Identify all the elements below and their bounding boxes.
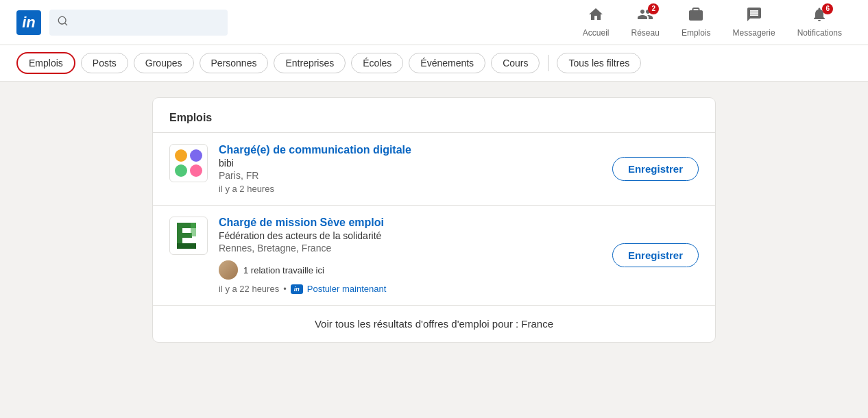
- nav-label-messagerie: Messagerie: [733, 28, 775, 38]
- people-icon: 2: [637, 6, 653, 27]
- svg-rect-3: [177, 233, 192, 238]
- chat-icon: [746, 6, 762, 27]
- job-location-1: Paris, FR: [219, 170, 601, 181]
- job-title-1[interactable]: Chargé(e) de communication digitale: [219, 144, 601, 156]
- home-icon: [588, 6, 604, 27]
- connection-info: 1 relation travaille ici: [219, 260, 601, 280]
- main-nav: Accueil 2 Réseau Emplois Messagerie: [573, 0, 852, 45]
- job-posted-2: il y a 22 heures: [219, 284, 279, 294]
- nav-label-reseau: Réseau: [631, 28, 660, 38]
- job-posted-1: il y a 2 heures: [219, 184, 601, 194]
- search-bar: jobs: [49, 10, 228, 36]
- bell-icon: 6: [811, 6, 828, 27]
- linkedin-logo[interactable]: in: [16, 10, 41, 35]
- filter-bar: Emplois Posts Groupes Personnes Entrepri…: [0, 45, 868, 82]
- job-title-2[interactable]: Chargé de mission Sève emploi: [219, 217, 601, 229]
- nav-label-emplois: Emplois: [682, 28, 711, 38]
- filter-groupes[interactable]: Groupes: [134, 53, 194, 73]
- svg-rect-5: [177, 243, 196, 249]
- svg-rect-4: [191, 223, 196, 236]
- save-button-2[interactable]: Enregistrer: [612, 243, 699, 267]
- filter-cours[interactable]: Cours: [491, 53, 540, 73]
- filter-entreprises[interactable]: Entreprises: [274, 53, 346, 73]
- job-details-1: Chargé(e) de communication digitale bibi…: [219, 144, 601, 194]
- nav-item-emplois[interactable]: Emplois: [672, 0, 721, 45]
- avatar: [219, 260, 238, 280]
- nav-item-notifications[interactable]: 6 Notifications: [788, 0, 852, 45]
- table-row: Chargé de mission Sève emploi Fédération…: [153, 205, 715, 305]
- filter-all[interactable]: Tous les filtres: [557, 53, 641, 73]
- header: in jobs Accueil 2 Réseau Empl: [0, 0, 868, 45]
- table-row: Chargé(e) de communication digitale bibi…: [153, 132, 715, 205]
- filter-emplois[interactable]: Emplois: [16, 52, 75, 74]
- job-details-2: Chargé de mission Sève emploi Fédération…: [219, 217, 601, 294]
- briefcase-icon: [688, 6, 704, 27]
- search-icon: [58, 16, 69, 29]
- job-company-1: bibi: [219, 158, 601, 169]
- notifications-badge: 6: [822, 3, 833, 14]
- job-location-2: Rennes, Bretagne, France: [219, 243, 601, 254]
- company-logo-federation: [169, 217, 208, 255]
- nav-item-messagerie[interactable]: Messagerie: [723, 0, 785, 45]
- company-logo-bibi: [169, 144, 208, 182]
- filter-posts[interactable]: Posts: [81, 53, 128, 73]
- nav-label-accueil: Accueil: [583, 28, 610, 38]
- filter-ecoles[interactable]: Écoles: [351, 53, 403, 73]
- linkedin-badge: in: [291, 284, 303, 294]
- filter-evenements[interactable]: Événements: [409, 53, 485, 73]
- filter-personnes[interactable]: Personnes: [200, 53, 269, 73]
- job-footer-2: il y a 22 heures • in Postuler maintenan…: [219, 284, 601, 294]
- save-button-1[interactable]: Enregistrer: [612, 157, 699, 181]
- see-all-footer[interactable]: Voir tous les résultats d'offres d'emplo…: [153, 305, 715, 342]
- search-input[interactable]: jobs: [74, 17, 197, 28]
- apply-link[interactable]: Postuler maintenant: [307, 284, 387, 294]
- results-panel: Emplois Chargé(e) de communication digit…: [153, 98, 715, 342]
- job-company-2: Fédération des acteurs de la solidarité: [219, 230, 601, 241]
- nav-item-reseau[interactable]: 2 Réseau: [622, 0, 669, 45]
- nav-label-notifications: Notifications: [797, 28, 842, 38]
- reseau-badge: 2: [648, 3, 659, 14]
- section-title: Emplois: [153, 98, 715, 132]
- nav-item-accueil[interactable]: Accueil: [573, 0, 619, 45]
- federation-svg-icon: [171, 219, 206, 253]
- connection-text: 1 relation travaille ici: [243, 265, 324, 275]
- filter-divider: [548, 55, 548, 71]
